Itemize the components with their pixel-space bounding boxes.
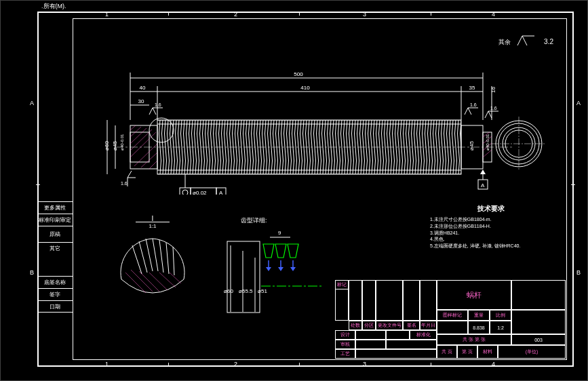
svg-line-56 [159,240,163,273]
tooth-profile: 9 ⌀60 ⌀55.5 ⌀51 [210,225,326,320]
col-num: 4 [492,361,495,367]
note-item: 5.左端面硬度多处, 淬硬, 补漆, 镀锌HRC40. [430,243,552,249]
col-num: 3 [363,11,366,18]
svg-line-15 [130,129,152,151]
notes-title: 技术要求 [430,204,552,214]
left-cell: 日期 [37,300,73,313]
svg-line-58 [173,247,174,275]
dim-diaright: ⌀45 [469,141,475,151]
left-cell: 其它 [37,242,73,254]
tech-notes: 技术要求 1.未注尺寸公差按GB1804-m. 2.未注形位公差按GB1184-… [430,204,552,249]
surface-finish-global: 其余 3.2 [498,32,553,51]
dim-rshoulder: 35 [469,85,475,91]
svg-text:1.6: 1.6 [490,106,497,111]
svg-line-16 [130,132,156,157]
tick [299,363,300,367]
dim-d3: ⌀51 [258,288,267,294]
row-letter: B [30,269,34,276]
dim-diarighttol: ⌀40-0.01 [486,134,490,151]
svg-line-14 [130,128,146,144]
profile-label: 齿型详细: [241,216,267,225]
tick [299,12,300,16]
end-view [492,117,546,171]
pitch-dim: 9 [278,230,281,236]
col-num: 2 [234,11,237,18]
row-letter: A [30,100,34,106]
svg-text:1.6: 1.6 [121,181,128,186]
svg-line-53 [139,241,147,273]
detail-view [112,232,193,306]
svg-line-63 [159,273,176,287]
tick [431,12,431,16]
tol-datum: A [219,190,223,195]
note-item: 3.调质HB241. [430,230,552,237]
svg-line-57 [166,243,169,274]
note-item: 4.黑色. [430,236,552,243]
svg-line-19 [149,161,157,169]
tick [168,12,169,16]
dim-middle: 410 [300,85,310,91]
ra-val: 3.2 [544,38,553,45]
svg-rect-37 [180,188,191,195]
worm-threads [157,120,461,174]
svg-line-12 [130,125,136,130]
tick [571,184,575,185]
tick [168,363,169,367]
left-cell: 签字 [37,288,73,300]
dim-linner: 30 [138,98,144,104]
tol-val: ⌀0.02 [193,190,207,195]
svg-line-55 [153,239,158,271]
dim-dialefttol: ⌀40-0.01 [120,134,124,151]
col-num: 1 [105,361,109,367]
dim-lshoulder: 40 [140,85,146,91]
left-cell: 标准印刷审定 [37,214,73,226]
col-num: 4 [492,11,495,18]
signer-label: 共 页 [437,345,457,359]
row-letter: A [576,100,581,106]
tick [36,184,40,185]
svg-line-54 [146,239,153,271]
col-num: 2 [234,361,237,367]
title-block: 标记 处数 分区 更改文件号 签名 年月日 设计 标准化 审核 工艺 蜗杆 图样… [335,280,566,359]
sheet-num: 003 [511,334,566,345]
svg-line-61 [139,271,159,292]
scale-value: 1:2 [490,321,511,334]
tick [431,363,431,367]
svg-line-52 [132,245,142,274]
sf-label: 其余 [498,39,511,45]
row-letter: B [576,269,581,276]
detail-scale: 1:1 [139,223,166,229]
part-name: 蜗杆 [437,280,511,310]
drawing-number [511,310,566,334]
dim-overall: 500 [294,71,303,77]
datum-a: A [481,182,485,188]
svg-point-38 [182,190,188,195]
note-item: 1.未注尺寸公差按GB1804-m. [430,216,552,223]
dim-rext: 16 [490,87,496,93]
svg-line-62 [149,273,168,290]
col-num: 1 [105,11,109,18]
svg-text:1.6: 1.6 [470,102,477,107]
dim-d1: ⌀60 [224,288,233,294]
svg-text:1.6: 1.6 [155,102,161,107]
svg-line-64 [170,273,181,283]
left-cell: 原稿 [37,226,73,242]
menu-all[interactable]: .所有(M). [37,2,71,11]
svg-line-59 [125,273,146,293]
weight-value: 8.838 [468,321,490,334]
left-cell: 底签名称 [37,276,73,288]
left-cell: 更多属性 [37,201,73,214]
col-num: 3 [363,361,366,367]
note-item: 2.未注形位公差按GB1184-H. [430,223,552,230]
dim-d2: ⌀55.5 [239,288,253,294]
